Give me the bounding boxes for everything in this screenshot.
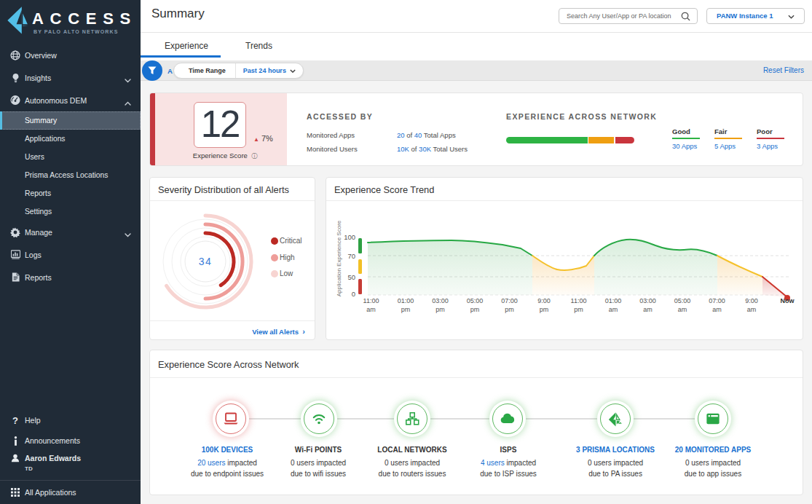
svg-text:am: am [712, 306, 722, 313]
svg-text:9:00: 9:00 [537, 297, 551, 304]
svg-text:pm: pm [401, 306, 411, 313]
svg-text:am: am [747, 306, 757, 313]
svg-text:70: 70 [347, 252, 355, 260]
svg-text:pm: pm [540, 306, 549, 313]
svg-text:pm: pm [435, 306, 445, 313]
svg-text:11:00: 11:00 [363, 297, 379, 304]
svg-text:11:00: 11:00 [571, 297, 587, 304]
svg-text:05:00: 05:00 [467, 297, 484, 304]
svg-text:am: am [366, 306, 376, 313]
svg-text:0: 0 [352, 290, 355, 298]
svg-text:05:00: 05:00 [674, 297, 691, 304]
svg-text:100: 100 [344, 233, 355, 241]
svg-text:am: am [678, 306, 687, 313]
svg-text:am: am [643, 306, 653, 313]
svg-text:pm: pm [505, 306, 514, 313]
svg-text:9:00: 9:00 [745, 297, 758, 304]
svg-text:pm: pm [574, 306, 583, 313]
svg-text:01:00: 01:00 [605, 297, 622, 304]
svg-text:03:00: 03:00 [639, 297, 656, 304]
svg-text:pm: pm [470, 306, 480, 313]
svg-text:01:00: 01:00 [398, 297, 414, 304]
svg-text:Application Experience Score: Application Experience Score [336, 220, 342, 296]
svg-text:03:00: 03:00 [432, 297, 449, 304]
svg-text:07:00: 07:00 [709, 297, 725, 304]
svg-text:50: 50 [347, 273, 355, 281]
svg-text:07:00: 07:00 [501, 297, 518, 304]
svg-text:am: am [609, 306, 618, 313]
svg-text:Now: Now [781, 297, 795, 304]
